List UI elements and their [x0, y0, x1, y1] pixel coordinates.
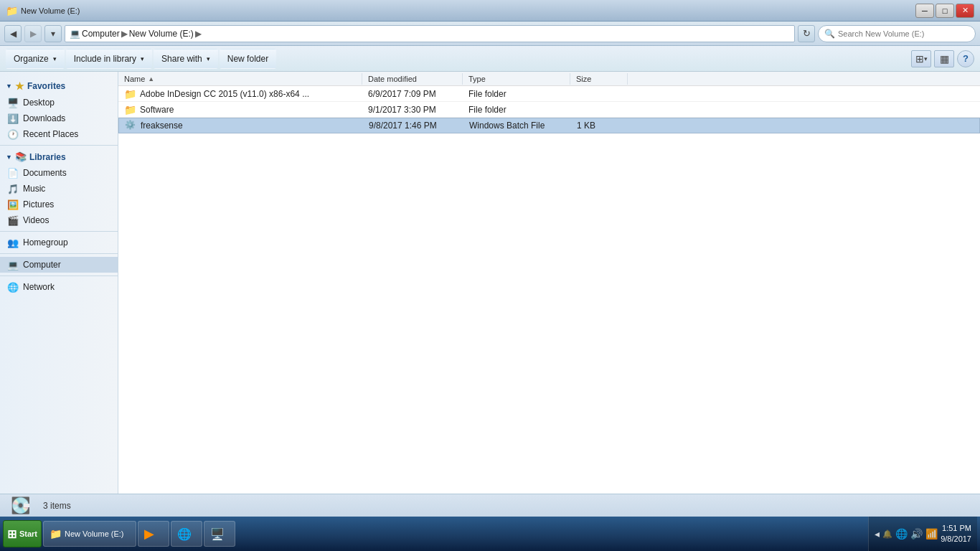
tray-signal-icon[interactable]: 📶: [925, 528, 938, 540]
desktop-icon: 🖥️: [7, 97, 19, 108]
sidebar-item-pictures[interactable]: 🖼️ Pictures: [0, 197, 118, 212]
breadcrumb-separator-1: ▶: [121, 29, 128, 39]
libraries-icon: 📚: [15, 151, 27, 162]
back-icon: ◀: [10, 29, 17, 39]
favorites-icon: ★: [15, 80, 24, 92]
taskbar-btn-network[interactable]: 🖥️: [204, 521, 235, 547]
documents-icon: 📄: [7, 167, 19, 179]
sidebar-item-homegroup[interactable]: 👥 Homegroup: [0, 235, 118, 250]
documents-label: Documents: [23, 168, 67, 178]
sidebar-item-network[interactable]: 🌐 Network: [0, 279, 118, 295]
tray-network-icon[interactable]: 🌐: [895, 528, 908, 540]
taskbar-btn-music[interactable]: ▶: [138, 521, 169, 547]
sidebar-item-music[interactable]: 🎵 Music: [0, 181, 118, 197]
breadcrumb-computer[interactable]: 💻 Computer: [70, 29, 120, 39]
sidebar-divider-1: [0, 145, 118, 146]
table-row[interactable]: ⚙️ freaksense 9/8/2017 1:46 PM Windows B…: [118, 118, 980, 133]
maximize-button[interactable]: □: [936, 4, 954, 18]
homegroup-label: Homegroup: [23, 237, 68, 248]
column-header-type[interactable]: Type: [463, 73, 570, 85]
file-type-0: File folder: [463, 89, 570, 99]
preview-icon: ▦: [940, 53, 949, 65]
sidebar-divider-3: [0, 253, 118, 254]
table-row[interactable]: 📁 Adobe InDesign CC 2015 (v11.0) x86-x64…: [118, 86, 980, 102]
column-size-label: Size: [576, 75, 591, 83]
table-row[interactable]: 📁 Software 9/1/2017 3:30 PM File folder: [118, 102, 980, 118]
sidebar-computer-section: 💻 Computer: [0, 257, 118, 273]
file-type-2: Windows Batch File: [463, 121, 571, 131]
tray-arrow-icon[interactable]: ◂: [875, 528, 880, 540]
breadcrumb-volume-text: New Volume (E:): [129, 29, 194, 39]
start-label: Start: [19, 529, 37, 538]
column-name-label: Name: [124, 75, 145, 83]
include-in-library-button[interactable]: Include in library ▾: [66, 49, 152, 69]
sidebar-item-videos[interactable]: 🎬 Videos: [0, 212, 118, 228]
sidebar-item-recent-places[interactable]: 🕐 Recent Places: [0, 126, 118, 142]
videos-icon: 🎬: [7, 215, 19, 226]
file-type-1: File folder: [463, 105, 570, 115]
organize-button[interactable]: Organize ▾: [6, 49, 65, 69]
help-button[interactable]: ?: [957, 50, 974, 67]
refresh-icon: ↻: [803, 28, 811, 39]
file-size-2: 1 KB: [571, 121, 628, 131]
change-view-icon: ⊞: [915, 53, 924, 65]
main-area: ▼ ★ Favorites 🖥️ Desktop ⬇️ Downloads 🕐: [0, 72, 980, 494]
address-path[interactable]: 💻 Computer ▶ New Volume (E:) ▶: [65, 25, 795, 42]
share-with-button[interactable]: Share with ▾: [154, 49, 218, 69]
search-input[interactable]: [838, 29, 969, 38]
network-icon: 🌐: [7, 281, 19, 293]
file-name-2: freaksense: [141, 121, 183, 131]
music-icon: 🎵: [7, 183, 19, 194]
favorites-label: Favorites: [27, 81, 65, 91]
file-date-1: 9/1/2017 3:30 PM: [362, 105, 463, 115]
sort-arrow-icon: ▲: [148, 75, 154, 83]
tray-clock[interactable]: 1:51 PM 9/8/2017: [941, 523, 971, 545]
minimize-button[interactable]: ─: [915, 4, 934, 18]
file-name-cell-1: 📁 Software: [118, 104, 362, 116]
forward-button[interactable]: ▶: [24, 25, 42, 42]
sidebar-item-downloads[interactable]: ⬇️ Downloads: [0, 110, 118, 126]
search-box[interactable]: 🔍: [818, 25, 976, 42]
column-date-label: Date modified: [368, 75, 417, 83]
file-list: Name ▲ Date modified Type Size 📁 Adobe I…: [118, 72, 980, 494]
sidebar-libraries-header[interactable]: ▼ 📚 Libraries: [0, 149, 118, 165]
refresh-button[interactable]: ↻: [798, 25, 815, 42]
tray-date-label: 9/8/2017: [941, 534, 971, 545]
change-view-button[interactable]: ⊞ ▾: [911, 50, 931, 67]
organize-dropdown-icon: ▾: [53, 55, 57, 62]
tray-hide-icon: 🔔: [882, 529, 892, 539]
window-icon: 📁: [6, 5, 18, 17]
back-button[interactable]: ◀: [4, 25, 22, 42]
column-header-date[interactable]: Date modified: [362, 73, 463, 85]
recent-locations-button[interactable]: ▾: [44, 25, 62, 42]
change-view-dropdown-icon: ▾: [924, 55, 928, 62]
batch-file-icon: ⚙️: [125, 120, 136, 131]
sidebar-item-desktop[interactable]: 🖥️ Desktop: [0, 95, 118, 110]
new-folder-button[interactable]: New folder: [220, 49, 276, 69]
start-icon: ⊞: [7, 527, 17, 541]
breadcrumb-separator-2: ▶: [195, 29, 202, 39]
tray-time-label: 1:51 PM: [941, 523, 971, 534]
column-header-size[interactable]: Size: [570, 73, 628, 85]
column-header-name[interactable]: Name ▲: [118, 73, 362, 85]
window-title: New Volume (E:): [21, 6, 80, 15]
tray-volume-icon[interactable]: 🔊: [910, 528, 923, 540]
taskbar-chrome-icon: 🌐: [177, 527, 192, 541]
search-icon: 🔍: [824, 29, 835, 39]
start-button[interactable]: ⊞ Start: [3, 520, 42, 547]
downloads-icon: ⬇️: [7, 113, 19, 124]
breadcrumb-volume[interactable]: New Volume (E:): [129, 29, 194, 39]
sidebar-item-documents[interactable]: 📄 Documents: [0, 165, 118, 181]
file-name-1: Software: [140, 105, 174, 115]
preview-pane-button[interactable]: ▦: [934, 50, 954, 67]
desktop-label: Desktop: [23, 98, 55, 108]
sidebar-favorites-header[interactable]: ▼ ★ Favorites: [0, 77, 118, 95]
sidebar-item-computer[interactable]: 💻 Computer: [0, 257, 118, 273]
pictures-icon: 🖼️: [7, 199, 19, 210]
title-bar-left: 📁 New Volume (E:): [6, 5, 80, 17]
taskbar-btn-explorer[interactable]: 📁 New Volume (E:): [43, 521, 136, 547]
libraries-collapse-icon: ▼: [6, 154, 12, 161]
taskbar-btn-chrome[interactable]: 🌐: [171, 521, 202, 547]
organize-label: Organize: [14, 54, 49, 64]
close-button[interactable]: ✕: [956, 4, 974, 18]
